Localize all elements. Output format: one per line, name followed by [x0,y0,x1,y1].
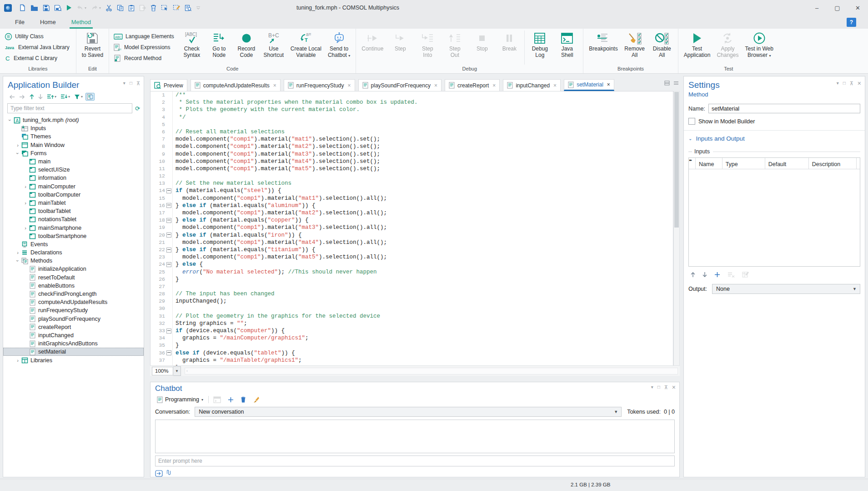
editor-vertical-scrollbar[interactable] [673,91,680,366]
create-local-variable-button[interactable]: a=TCreate LocalVariable [287,29,325,58]
go-to-node-button[interactable]: Go toNode [206,29,233,58]
row-up-button[interactable] [689,271,697,278]
maximize-button[interactable]: ▢ [827,0,848,15]
show-in-model-builder-checkbox[interactable] [688,118,695,125]
table-column-description[interactable]: Description [809,158,857,169]
pin-panel-icon[interactable]: ⊼ [664,385,668,390]
breakpoints-button[interactable]: Breakpoints [586,29,621,52]
editor-zoom-dropdown[interactable]: ▼ [173,366,181,376]
external-java-library-button[interactable]: JavaExternal Java Library [2,42,72,53]
external-c-library-button[interactable]: CExternal C Library [2,53,72,64]
open-button[interactable] [29,4,40,12]
tree-item-computeandupdateresults[interactable]: computeAndUpdateResults [3,298,144,306]
find-button[interactable] [183,4,193,12]
tree-item-forms[interactable]: ›Forms [3,149,144,157]
filter-button[interactable]: ▾ [73,93,84,101]
test-application-button[interactable]: TestApplication [681,29,714,58]
tree-item-methods[interactable]: ›Methods [3,257,144,265]
expand-all-button[interactable]: ▾ [45,93,58,101]
move-up-button[interactable] [28,93,35,101]
brush-button[interactable] [251,395,261,404]
tree-item-selectuisize[interactable]: selectUISize [3,166,144,174]
tree-expander-icon[interactable]: › [15,358,21,363]
tree-expander-icon[interactable]: › [7,117,13,123]
test-in-web-browser-button[interactable]: Test in WebBrowser ▾ [742,29,776,59]
close-button[interactable]: ✕ [848,0,868,15]
delete-chat-button[interactable] [239,395,247,404]
tree-item-enablebuttons[interactable]: enableButtons [3,282,144,290]
tree-expander-icon[interactable]: › [15,142,21,148]
pin-panel-icon[interactable]: ⊼ [136,81,140,86]
code-fold-icon[interactable] [166,248,171,253]
code-fold-icon[interactable] [166,262,171,267]
conversation-select[interactable]: New conversation ▼ [195,407,622,417]
add-button[interactable] [226,396,235,404]
tree-item-initializeapplication[interactable]: initializeApplication [3,265,144,273]
tree-item-notationstablet[interactable]: notationsTablet [3,215,144,223]
close-tab-icon[interactable]: × [273,82,276,89]
send-prompt-icon[interactable] [155,470,163,477]
paste-button[interactable] [127,4,136,12]
float-panel-icon[interactable]: □ [130,81,132,86]
move-down-button[interactable] [37,93,44,101]
collapse-all-button[interactable]: ▾ [59,93,71,101]
close-tab-icon[interactable]: × [434,82,437,89]
code-fold-icon[interactable] [166,188,171,193]
inputs-table[interactable]: ▸▸NameTypeDefaultDescriptionUnit [688,157,860,267]
chat-prompt-input[interactable] [156,458,674,464]
filter-input[interactable] [7,103,132,113]
disable-all-button[interactable]: DisableAll [648,29,676,58]
code-fold-icon[interactable] [166,233,171,238]
editor-tab-playsoundforfrequency[interactable]: playSoundForFrequency× [358,79,442,91]
pin-panel-icon[interactable]: ⊼ [850,81,853,86]
tree-expander-icon[interactable]: › [22,184,29,189]
tree-item-main-window[interactable]: ›Main Window [3,141,144,149]
restore-pane-icon[interactable] [664,81,670,86]
new-file-button[interactable] [17,3,27,12]
editor-tab-computeandupdateresults[interactable]: computeAndUpdateResults× [191,79,281,91]
tree-item-main[interactable]: main [3,157,144,166]
editor-tab-inputchanged[interactable]: inputChanged× [503,79,561,91]
tree-item-themes[interactable]: Themes [3,132,144,141]
tree-item-mainsmartphone[interactable]: ›mainSmartphone [3,223,144,232]
editor-tab-preview[interactable]: Preview [150,79,187,91]
minimize-button[interactable]: – [807,0,827,15]
editor-zoom-level[interactable]: 100% [152,367,173,375]
record-code-button[interactable]: RecordCode [233,29,260,58]
tree-item-playsoundforfrequency[interactable]: playSoundForFrequency [3,315,144,323]
debug-log-button[interactable]: DebugLog [526,29,553,58]
ribbon-tab-home[interactable]: Home [37,15,59,29]
tree-expander-icon[interactable]: › [22,225,29,231]
tree-item-tuning-fork-mph[interactable]: ›Atuning_fork.mph(root) [3,116,144,124]
float-panel-icon[interactable]: □ [843,81,846,86]
tree-expander-icon[interactable]: › [22,200,29,206]
tree-expander-icon[interactable]: › [15,150,20,157]
table-column-default[interactable]: Default [765,158,809,169]
remove-all-button[interactable]: RemoveAll [621,29,648,58]
tree-item-setmaterial[interactable]: setMaterial [3,348,144,356]
tree-expander-icon[interactable]: › [15,258,20,264]
duplicate-button[interactable] [138,4,147,12]
show-in-editor-button[interactable] [85,93,95,101]
tree-item-toolbarcomputer[interactable]: toolbarComputer [3,191,144,199]
tree-item-inputchanged[interactable]: inputChanged [3,331,144,339]
code-editor[interactable]: 1/**2 * Sets the material properties whe… [150,91,673,366]
row-down-button[interactable] [701,271,708,278]
record-method-button[interactable]: Record Method [111,53,176,64]
panel-menu-icon[interactable]: ▾ [123,81,125,86]
check-syntax-button[interactable]: [ABC]CheckSyntax [178,29,206,58]
cut-button[interactable] [104,4,114,12]
save-button[interactable] [41,4,51,12]
tree-item-toolbarsmartphone[interactable]: toolbarSmartphone [3,232,144,240]
tree-expander-icon[interactable]: › [15,250,21,255]
tree-item-events[interactable]: Events [3,240,144,248]
inputs-and-output-section[interactable]: ⌄ Inputs and Output [688,135,860,142]
ribbon-tab-method[interactable]: Method [69,15,94,29]
code-fold-icon[interactable] [166,203,171,208]
tree-item-libraries[interactable]: ›Libraries [3,356,144,364]
save-as-button[interactable] [53,4,63,12]
close-tab-icon[interactable]: × [607,81,610,88]
refresh-filter-icon[interactable]: ⟳ [135,105,140,112]
tree-item-information[interactable]: information [3,174,144,182]
attach-file-icon[interactable] [167,470,171,477]
